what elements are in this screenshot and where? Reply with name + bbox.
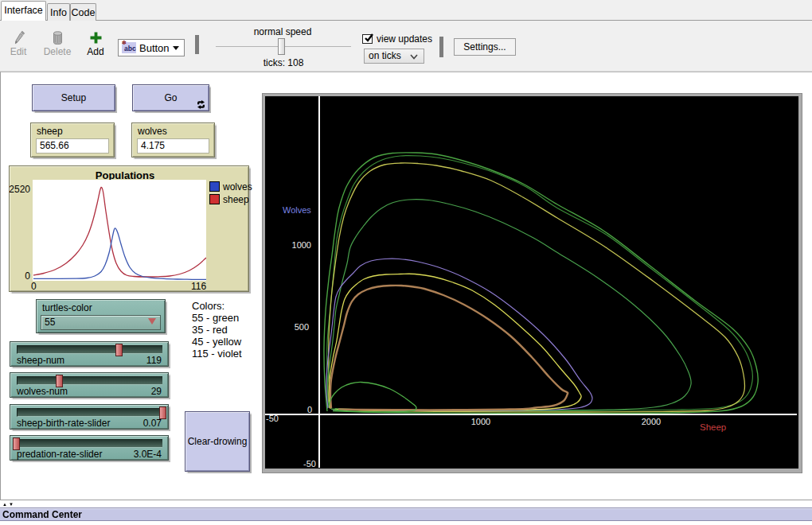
svg-text:1000: 1000 [292,240,311,250]
svg-text:2000: 2000 [642,417,661,426]
svg-text:-50: -50 [303,459,316,468]
svg-text:Sheep: Sheep [700,422,726,432]
svg-text:Wolves: Wolves [283,205,311,215]
svg-text:1000: 1000 [471,417,490,426]
svg-text:500: 500 [295,322,309,332]
svg-text:-50: -50 [266,414,279,423]
svg-text:0: 0 [307,405,312,414]
